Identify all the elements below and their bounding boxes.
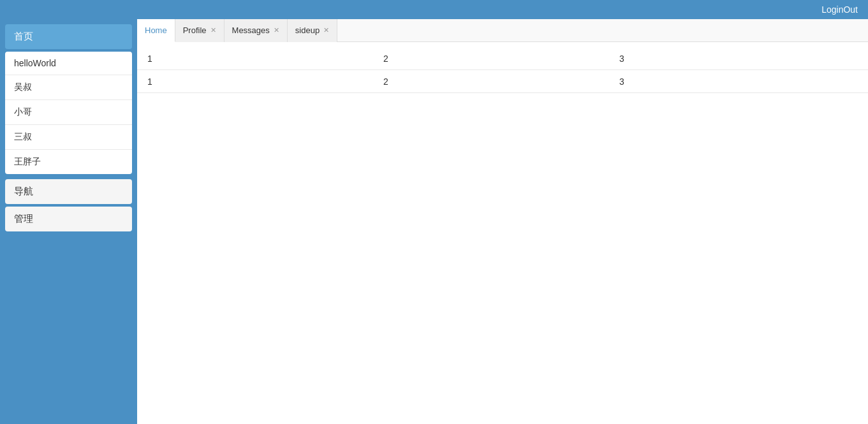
sidebar-list-item[interactable]: 小哥 [5, 100, 132, 125]
sidebar-list-item[interactable]: 吴叔 [5, 75, 132, 100]
tab-messages[interactable]: Messages✕ [224, 19, 288, 42]
sidebar-admin-button[interactable]: 管理 [5, 207, 132, 231]
tab-sideup[interactable]: sideup✕ [288, 19, 337, 42]
header: LoginOut [0, 0, 868, 19]
table-cell: 2 [378, 77, 614, 87]
table-cell: 1 [142, 54, 378, 64]
table-cell: 2 [378, 54, 614, 64]
tab-label: Messages [232, 26, 270, 35]
tab-close-icon[interactable]: ✕ [274, 26, 279, 34]
tab-close-icon[interactable]: ✕ [323, 26, 329, 34]
tab-profile[interactable]: Profile✕ [175, 19, 224, 42]
table-cell: 3 [614, 54, 850, 64]
sidebar-list: helloWorld吴叔小哥三叔王胖子 [5, 52, 132, 174]
sidebar-list-item[interactable]: 王胖子 [5, 150, 132, 174]
sidebar-list-item[interactable]: 三叔 [5, 125, 132, 150]
table-row: 123 [137, 70, 868, 93]
loginout-button[interactable]: LoginOut [821, 4, 858, 15]
tab-close-icon[interactable]: ✕ [210, 26, 216, 34]
tab-home[interactable]: Home [137, 19, 175, 42]
table-area: 123123 [137, 42, 868, 424]
content-area: HomeProfile✕Messages✕sideup✕ 123123 [137, 19, 868, 424]
sidebar-nav-button[interactable]: 导航 [5, 179, 132, 204]
tab-label: Profile [183, 26, 207, 35]
main-layout: 首页 helloWorld吴叔小哥三叔王胖子 导航 管理 HomeProfile… [0, 19, 868, 424]
tab-label: Home [145, 26, 167, 35]
sidebar: 首页 helloWorld吴叔小哥三叔王胖子 导航 管理 [0, 19, 137, 424]
sidebar-list-item[interactable]: helloWorld [5, 52, 132, 75]
table-cell: 1 [142, 77, 378, 87]
tab-label: sideup [295, 26, 320, 35]
table-row: 123 [137, 47, 868, 70]
tabs-bar: HomeProfile✕Messages✕sideup✕ [137, 19, 868, 42]
sidebar-home[interactable]: 首页 [5, 24, 132, 49]
table-cell: 3 [614, 77, 850, 87]
